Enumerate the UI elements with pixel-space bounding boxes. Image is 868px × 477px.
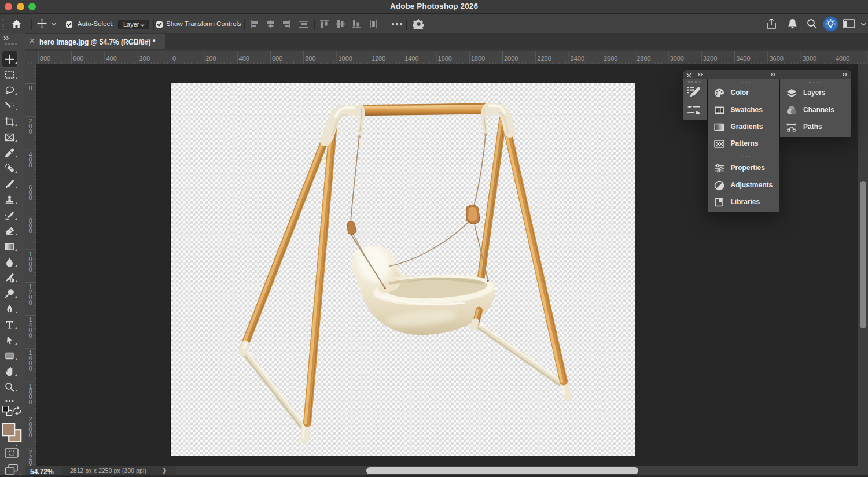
svg-text:400: 400 — [239, 55, 249, 62]
svg-text:0: 0 — [172, 55, 176, 62]
svg-text:1600: 1600 — [28, 349, 32, 372]
svg-text:800: 800 — [40, 55, 50, 62]
svg-text:1400: 1400 — [404, 55, 418, 62]
svg-text:1600: 1600 — [437, 55, 451, 62]
svg-text:3400: 3400 — [736, 55, 750, 62]
svg-text:1200: 1200 — [28, 283, 32, 306]
svg-text:600: 600 — [28, 184, 32, 201]
svg-text:800: 800 — [28, 217, 32, 234]
svg-text:200: 200 — [139, 55, 150, 62]
svg-text:3000: 3000 — [670, 55, 684, 62]
svg-text:2000: 2000 — [504, 55, 518, 62]
svg-text:4000: 4000 — [836, 55, 849, 62]
svg-text:1000: 1000 — [28, 250, 32, 273]
svg-text:1400: 1400 — [28, 316, 32, 339]
svg-text:200: 200 — [205, 55, 216, 62]
svg-text:3800: 3800 — [803, 55, 816, 62]
svg-text:3200: 3200 — [703, 55, 717, 62]
svg-text:200: 200 — [28, 117, 32, 135]
svg-text:2400: 2400 — [571, 55, 584, 62]
svg-text:1000: 1000 — [339, 55, 352, 62]
svg-text:2200: 2200 — [28, 449, 32, 466]
svg-text:2200: 2200 — [537, 55, 551, 62]
svg-text:600: 600 — [272, 55, 282, 62]
svg-text:1200: 1200 — [372, 55, 385, 62]
svg-text:800: 800 — [305, 55, 315, 62]
svg-text:400: 400 — [106, 55, 116, 62]
svg-text:600: 600 — [73, 55, 83, 62]
svg-text:2800: 2800 — [637, 55, 650, 62]
svg-text:1800: 1800 — [28, 383, 32, 405]
svg-text:1800: 1800 — [471, 55, 485, 62]
svg-text:2000: 2000 — [28, 416, 32, 438]
svg-text:2600: 2600 — [604, 55, 617, 62]
svg-text:3600: 3600 — [769, 55, 783, 62]
svg-text:0: 0 — [28, 84, 32, 91]
svg-text:400: 400 — [28, 151, 32, 168]
